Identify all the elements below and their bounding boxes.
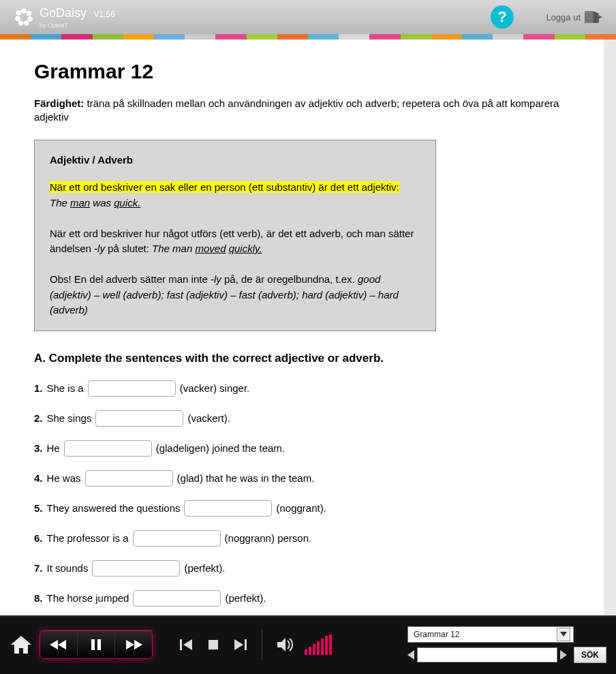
ex2-pre: The man (152, 243, 195, 254)
question-hint: (glad) that he was in the team. (177, 472, 315, 484)
svg-marker-21 (234, 639, 243, 650)
transport-controls (179, 637, 248, 652)
svg-point-0 (21, 8, 27, 14)
question-row: 4.He was(glad) that he was in the team. (34, 470, 576, 487)
question-number: 7. (34, 562, 43, 574)
note-ly: -ly (211, 273, 221, 285)
answer-input[interactable] (88, 380, 176, 397)
question-row: 1.She is a(vacker) singer. (34, 380, 576, 397)
answer-input[interactable] (184, 500, 272, 517)
home-button[interactable] (10, 634, 33, 655)
svg-point-2 (27, 16, 33, 22)
prev-track-button[interactable] (179, 637, 194, 652)
info-note: Obs! En del adverb sätter man inte -ly p… (50, 272, 420, 318)
question-row: 6.The professor is a(noggrann) person. (34, 530, 576, 547)
answer-input[interactable] (133, 590, 221, 607)
logo-area: GoDaisy V1,56 by OpenIT (14, 6, 115, 29)
question-row: 2.She sings(vackert). (34, 410, 576, 427)
answer-input[interactable] (64, 440, 152, 457)
question-pre: They answered the questions (47, 502, 181, 514)
search-input[interactable] (417, 647, 557, 662)
answer-input[interactable] (133, 530, 221, 547)
question-number: 3. (34, 442, 43, 454)
chapter-combo[interactable]: Grammar 12 (407, 626, 574, 643)
note-a: Obs! En del adverb sätter man inte (50, 273, 211, 285)
answer-input[interactable] (95, 410, 183, 427)
flower-icon (14, 7, 34, 27)
pause-button[interactable] (78, 631, 115, 658)
speed-controls (40, 630, 153, 659)
chapter-current: Grammar 12 (414, 630, 459, 639)
highlighted-rule: När ett ord beskriver en sak eller en pe… (50, 181, 399, 193)
svg-point-7 (21, 14, 27, 20)
brand-name: GoDaisy (40, 6, 87, 20)
svg-marker-12 (58, 640, 66, 649)
search-prev-button[interactable] (407, 650, 414, 660)
question-number: 2. (34, 412, 43, 424)
question-icon: ? (497, 8, 506, 26)
question-pre: It sounds (47, 562, 89, 574)
question-row: 3.He(gladeligen) joined the team. (34, 440, 576, 457)
next-track-button[interactable] (233, 637, 248, 652)
info-box: Adjektiv / Adverb När ett ord beskriver … (34, 140, 436, 331)
question-number: 6. (34, 532, 43, 544)
skill-line: Färdighet: träna på skillnaden mellan oc… (34, 97, 576, 125)
svg-point-1 (27, 11, 32, 16)
svg-marker-11 (11, 636, 31, 654)
note-b: på, de är oregelbundna, t.ex. (221, 273, 358, 285)
question-pre: She sings (47, 412, 92, 424)
search-row: SÖK (407, 647, 606, 663)
svg-marker-9 (593, 11, 599, 22)
volume-button[interactable] (276, 636, 294, 654)
questions-list: 1.She is a(vacker) singer.2.She sings(va… (34, 380, 576, 607)
svg-rect-8 (585, 11, 593, 22)
question-row: 5.They answered the questions(noggrant). (34, 500, 576, 517)
question-row: 8.The horse jumped(perfekt). (34, 590, 576, 607)
svg-point-4 (18, 20, 24, 26)
search-button[interactable]: SÖK (574, 647, 606, 663)
info-line-2: När ett ord beskriver hur något utförs (… (50, 226, 420, 257)
question-hint: (vacker) singer. (180, 382, 250, 394)
question-pre: The horse jumped (47, 592, 129, 604)
forward-button[interactable] (115, 631, 152, 658)
info-line-1: När ett ord beskriver en sak eller en pe… (50, 180, 420, 211)
question-hint: (noggrant). (276, 502, 326, 514)
stop-button[interactable] (206, 637, 221, 652)
rewind-button[interactable] (40, 631, 78, 658)
version-label: V1,56 (93, 10, 114, 19)
svg-marker-24 (560, 632, 567, 637)
question-pre: He was (47, 472, 81, 484)
svg-marker-17 (134, 640, 142, 649)
svg-marker-10 (599, 15, 602, 18)
l2b: på slutet: (105, 243, 152, 254)
skill-text: träna på skillnaden mellan och användnin… (34, 97, 559, 123)
question-hint: (gladeligen) joined the team. (156, 442, 285, 454)
svg-rect-18 (180, 639, 182, 650)
help-button[interactable]: ? (491, 5, 514, 29)
question-pre: He (47, 442, 60, 454)
l2ly: -ly (94, 243, 105, 254)
logout-icon (585, 10, 602, 25)
app-header: GoDaisy V1,56 by OpenIT ? Logga ut (0, 0, 616, 34)
svg-rect-22 (245, 639, 247, 650)
volume-bars[interactable] (305, 634, 332, 655)
search-next-button[interactable] (560, 650, 567, 660)
svg-marker-23 (277, 638, 286, 652)
info-heading: Adjektiv / Adverb (50, 153, 420, 168)
svg-rect-14 (91, 639, 95, 650)
question-hint: (noggrann) person. (225, 532, 312, 544)
content-frame: Grammar 12 Färdighet: träna på skillnade… (0, 40, 616, 615)
answer-input[interactable] (85, 470, 173, 487)
question-number: 4. (34, 472, 43, 484)
content-scroll[interactable]: Grammar 12 Färdighet: träna på skillnade… (0, 40, 604, 615)
logout-label: Logga ut (546, 12, 581, 22)
page-title: Grammar 12 (34, 60, 576, 83)
answer-input[interactable] (92, 560, 180, 577)
question-row: 7.It sounds(perfekt). (34, 560, 576, 577)
svg-point-3 (24, 20, 29, 26)
ex1-mid: was (90, 197, 114, 209)
player-bar: Grammar 12 SÖK (0, 615, 616, 674)
svg-marker-13 (50, 640, 58, 649)
logout-button[interactable]: Logga ut (546, 10, 602, 25)
question-pre: She is a (47, 382, 84, 394)
